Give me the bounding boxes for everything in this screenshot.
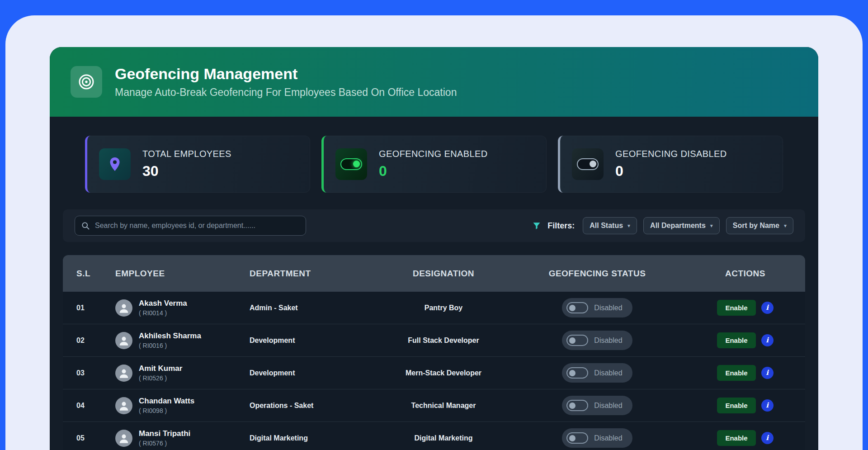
department-cell: Operations - Saket xyxy=(250,402,313,409)
table-row: 05 Mansi Tripathi ( RI0576 ) Digital Mar… xyxy=(63,422,805,450)
filters-label: Filters: xyxy=(547,221,575,231)
department-cell: Development xyxy=(250,336,295,344)
employee-id: ( RI0098 ) xyxy=(139,407,194,414)
stat-texts: GEOFENCING DISABLED 0 xyxy=(615,149,727,180)
avatar xyxy=(115,332,132,349)
toggle-off-icon xyxy=(566,400,588,411)
search-input[interactable] xyxy=(75,216,306,236)
toggle-off-icon xyxy=(566,302,588,313)
header-sl: S.L xyxy=(63,269,113,279)
sort-value: Sort by Name xyxy=(733,222,779,230)
toggle-off-icon xyxy=(566,432,588,444)
employee-id: ( RI0016 ) xyxy=(139,342,201,349)
header-geofencing-status: GEOFENCING STATUS xyxy=(509,269,685,279)
enable-button[interactable]: Enable xyxy=(717,332,755,348)
info-icon: i xyxy=(766,435,769,441)
sort-dropdown[interactable]: Sort by Name ▾ xyxy=(726,217,793,234)
geofencing-toggle[interactable]: Disabled xyxy=(562,396,632,415)
avatar xyxy=(115,430,132,447)
info-button[interactable]: i xyxy=(761,334,774,346)
geofencing-toggle[interactable]: Disabled xyxy=(562,331,632,350)
header-designation: DESIGNATION xyxy=(378,269,509,279)
page-header: Geofencing Management Manage Auto-Break … xyxy=(50,47,818,117)
employee-meta: Akash Verma ( RI0014 ) xyxy=(139,299,187,317)
avatar xyxy=(115,397,132,414)
info-button[interactable]: i xyxy=(761,432,774,444)
search-box xyxy=(75,216,306,236)
status-label: Disabled xyxy=(594,434,622,442)
status-filter-value: All Status xyxy=(590,222,623,230)
geofencing-toggle[interactable]: Disabled xyxy=(562,363,632,383)
enable-button[interactable]: Enable xyxy=(717,300,755,316)
employee-id: ( RI0526 ) xyxy=(139,374,182,382)
toggle-off-icon xyxy=(572,148,604,180)
status-filter-dropdown[interactable]: All Status ▾ xyxy=(583,217,637,234)
toggle-off-icon xyxy=(566,367,588,379)
person-icon xyxy=(118,400,130,412)
enable-button[interactable]: Enable xyxy=(717,365,755,381)
table-row: 04 Chandan Watts ( RI0098 ) Operations -… xyxy=(63,389,805,422)
employee-name: Amit Kumar xyxy=(139,364,182,373)
employee-name: Chandan Watts xyxy=(139,397,194,406)
stats-row: TOTAL EMPLOYEES 30 GEOFENCING ENABLED 0 … xyxy=(50,117,818,193)
status-label: Disabled xyxy=(594,369,622,377)
stat-card-total-employees: TOTAL EMPLOYEES 30 xyxy=(85,136,310,193)
filters-group: Filters: All Status ▾ All Departments ▾ … xyxy=(532,217,793,234)
row-serial: 02 xyxy=(76,336,85,344)
department-cell: Development xyxy=(250,369,295,377)
status-label: Disabled xyxy=(594,336,622,345)
geofencing-toggle[interactable]: Disabled xyxy=(562,298,632,317)
chevron-down-icon: ▾ xyxy=(710,223,713,229)
row-serial: 05 xyxy=(76,434,85,442)
app-panel: Geofencing Management Manage Auto-Break … xyxy=(50,47,818,450)
table-row: 02 Akhilesh Sharma ( RI0016 ) Developmen… xyxy=(63,324,805,357)
table-body: 01 Akash Verma ( RI0014 ) Admin - Saket … xyxy=(63,292,805,450)
person-icon xyxy=(118,335,130,346)
stat-label: TOTAL EMPLOYEES xyxy=(142,149,231,159)
enable-button[interactable]: Enable xyxy=(717,430,755,446)
stat-value: 0 xyxy=(379,163,488,180)
header-employee: EMPLOYEE xyxy=(113,269,247,279)
info-button[interactable]: i xyxy=(761,302,774,314)
employee-meta: Chandan Watts ( RI0098 ) xyxy=(139,397,194,414)
stat-value: 0 xyxy=(615,163,727,180)
designation-cell: Mern-Stack Developer xyxy=(406,369,481,377)
table-row: 03 Amit Kumar ( RI0526 ) Development Mer… xyxy=(63,357,805,389)
employee-meta: Akhilesh Sharma ( RI0016 ) xyxy=(139,332,201,349)
department-filter-value: All Departments xyxy=(650,222,706,230)
status-label: Disabled xyxy=(594,304,622,312)
stat-label: GEOFENCING ENABLED xyxy=(379,149,488,159)
info-icon: i xyxy=(766,369,769,376)
employee-table: S.L EMPLOYEE DEPARTMENT DESIGNATION GEOF… xyxy=(63,255,805,450)
person-icon xyxy=(118,302,130,314)
person-icon xyxy=(118,367,130,379)
avatar xyxy=(115,299,132,317)
department-filter-dropdown[interactable]: All Departments ▾ xyxy=(643,217,720,234)
target-icon xyxy=(71,66,102,98)
info-button[interactable]: i xyxy=(761,367,774,379)
avatar xyxy=(115,365,132,382)
stat-card-geofencing-enabled: GEOFENCING ENABLED 0 xyxy=(321,136,547,193)
stat-card-geofencing-disabled: GEOFENCING DISABLED 0 xyxy=(558,136,783,193)
page-title: Geofencing Management xyxy=(115,65,457,83)
toggle-on-icon xyxy=(335,148,367,180)
enable-button[interactable]: Enable xyxy=(717,398,755,413)
stat-texts: TOTAL EMPLOYEES 30 xyxy=(142,149,231,180)
info-icon: i xyxy=(766,337,769,344)
stat-texts: GEOFENCING ENABLED 0 xyxy=(379,149,488,180)
department-cell: Digital Marketing xyxy=(250,434,308,442)
header-texts: Geofencing Management Manage Auto-Break … xyxy=(115,65,457,99)
geofencing-toggle[interactable]: Disabled xyxy=(562,428,632,448)
header-actions: ACTIONS xyxy=(685,269,805,279)
employee-meta: Mansi Tripathi ( RI0576 ) xyxy=(139,429,190,447)
info-icon: i xyxy=(766,304,769,311)
designation-cell: Digital Marketing xyxy=(415,434,473,442)
employee-id: ( RI0576 ) xyxy=(139,440,190,447)
employee-meta: Amit Kumar ( RI0526 ) xyxy=(139,364,182,382)
funnel-icon xyxy=(532,221,541,230)
designation-cell: Technical Manager xyxy=(411,402,476,409)
designation-cell: Full Stack Developer xyxy=(408,336,479,344)
employee-name: Akhilesh Sharma xyxy=(139,332,201,341)
header-department: DEPARTMENT xyxy=(247,269,378,279)
info-button[interactable]: i xyxy=(761,399,774,412)
